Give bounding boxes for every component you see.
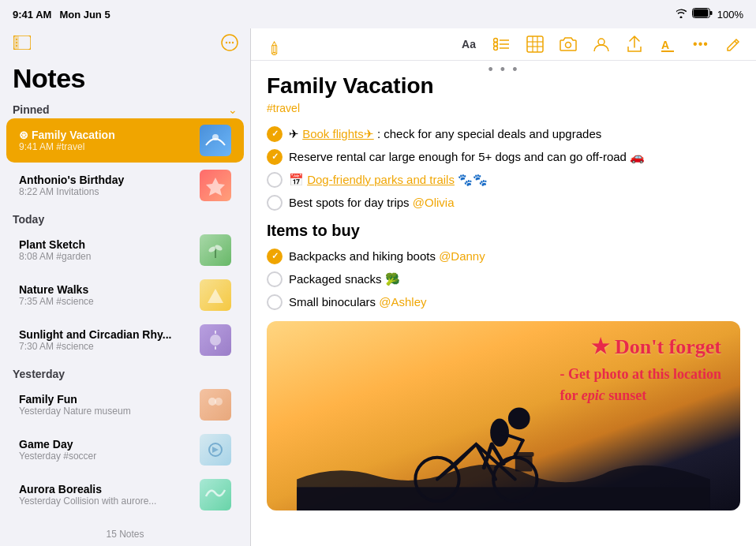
mention-danny: @Danny (439, 249, 485, 263)
status-date: Mon Jun 5 (59, 9, 110, 21)
checklist2-text-2: Packaged snacks 🥦 (289, 271, 740, 287)
checkbox2-3[interactable] (267, 294, 283, 310)
svg-point-48 (508, 408, 530, 430)
note-title: Nature Walks (19, 283, 192, 296)
app-container: Notes Pinned ⌄ ⊛ Family Vacation 9:41 AM… (0, 28, 756, 546)
svg-rect-50 (514, 452, 534, 457)
note-thumb (200, 279, 231, 311)
note-text: Family Fun Yesterday Nature museum (19, 393, 192, 417)
note-item-aurora[interactable]: Aurora Borealis Yesterday Collision with… (6, 473, 244, 517)
note-text: Anthonio's Birthday 8:22 AM Invitations (19, 174, 192, 197)
sidebar-header: Notes (0, 57, 250, 99)
checklist2-item-3: Small binoculars @Ashley (267, 294, 740, 310)
note-item-sunlight[interactable]: Sunlight and Circadian Rhy... 7:30 AM #s… (6, 318, 244, 362)
pinned-label: Pinned (13, 103, 50, 116)
status-time: 9:41 AM (13, 9, 51, 21)
checklist2-item-2: Packaged snacks 🥦 (267, 271, 740, 287)
note-tag: #travel (267, 102, 740, 114)
note-title: Plant Sketch (19, 238, 192, 251)
note-item-plant-sketch[interactable]: Plant Sketch 8:08 AM #garden (6, 228, 244, 272)
status-bar: 9:41 AM Mon Jun 5 100% (0, 0, 756, 28)
notes-count: 15 Notes (0, 522, 250, 546)
note-text: Aurora Borealis Yesterday Collision with… (19, 483, 192, 507)
svg-rect-43 (661, 50, 674, 52)
highlight-button[interactable]: A (657, 33, 679, 55)
note-thumb (200, 389, 231, 421)
svg-point-13 (212, 134, 219, 140)
checklist2-text-3: Small binoculars @Ashley (289, 294, 740, 310)
pinned-chevron-icon[interactable]: ⌄ (228, 103, 238, 116)
sidebar-toggle-button[interactable] (11, 32, 33, 54)
svg-point-10 (229, 42, 230, 43)
note-content-area: Family Vacation #travel ✈ Book flights✈ … (251, 61, 756, 546)
svg-rect-23 (201, 391, 230, 419)
sidebar: Notes Pinned ⌄ ⊛ Family Vacation 9:41 AM… (0, 28, 251, 546)
svg-rect-2 (710, 11, 713, 15)
svg-rect-35 (527, 36, 543, 52)
person-button[interactable] (590, 33, 612, 55)
note-thumb (200, 170, 231, 201)
share-button[interactable] (623, 33, 646, 55)
more-button[interactable]: ••• (690, 33, 712, 55)
compose-button[interactable] (723, 33, 745, 55)
note-title: ⊛ Family Vacation (19, 129, 192, 141)
checklist-text-4: Best spots for day trips @Olivia (289, 194, 740, 211)
checklist-text-2: Reserve rental car large enough for 5+ d… (289, 148, 740, 165)
mention-olivia: @Olivia (413, 196, 455, 209)
note-thumb (200, 434, 231, 466)
note-subtitle: 7:35 AM #science (19, 296, 192, 307)
sidebar-title: Notes (13, 63, 85, 94)
note-thumb (200, 324, 231, 356)
handwriting-line1: ★ Don't forget (560, 334, 722, 361)
status-left: 9:41 AM Mon Jun 5 (13, 9, 110, 21)
checklist-item-4: Best spots for day trips @Olivia (267, 194, 740, 211)
checkbox2-1[interactable] (267, 249, 283, 264)
notes-list[interactable]: Pinned ⌄ ⊛ Family Vacation 9:41 AM #trav… (0, 99, 250, 522)
sidebar-more-button[interactable] (220, 32, 239, 54)
svg-text:A: A (661, 39, 669, 51)
checkbox-4[interactable] (267, 195, 283, 211)
checklist-button[interactable] (491, 33, 513, 55)
toolbar-left: ✎ (262, 33, 284, 55)
book-flights-link[interactable]: Book flights✈ (302, 127, 374, 140)
window-drag-dots: • • • (488, 62, 519, 78)
note-title: Aurora Borealis (19, 483, 192, 496)
note-thumb (200, 479, 231, 510)
dog-friendly-link[interactable]: Dog-friendly parks and trails (307, 173, 455, 186)
checkbox2-2[interactable] (267, 271, 283, 287)
sidebar-top-bar (0, 28, 250, 57)
pinned-section-header: Pinned ⌄ (0, 99, 250, 118)
note-item-family-vacation[interactable]: ⊛ Family Vacation 9:41 AM #travel (6, 118, 244, 163)
note-item-birthday[interactable]: Anthonio's Birthday 8:22 AM Invitations (6, 163, 244, 208)
svg-rect-49 (515, 456, 533, 472)
note-subtitle: 8:22 AM Invitations (19, 186, 192, 197)
handwriting-line2: - Get photo at this locationfor epic sun… (560, 364, 722, 406)
note-title: Family Fun (19, 393, 192, 406)
toolbar-right: Aa (458, 33, 745, 55)
note-subtitle: Yesterday #soccer (19, 451, 192, 462)
svg-point-33 (494, 47, 498, 50)
back-button[interactable]: ✎ (257, 28, 289, 60)
note-text: Game Day Yesterday #soccer (19, 438, 192, 462)
checkbox-1[interactable] (267, 126, 283, 142)
yesterday-label: Yesterday (13, 368, 65, 380)
table-button[interactable] (524, 33, 546, 55)
note-item-family-fun[interactable]: Family Fun Yesterday Nature museum (6, 383, 244, 427)
handwriting-overlay: ★ Don't forget - Get photo at this locat… (560, 334, 722, 406)
checkbox-3[interactable] (267, 172, 283, 188)
note-subtitle: Yesterday Nature museum (19, 406, 192, 417)
font-button[interactable]: Aa (458, 33, 480, 55)
mention-ashley: @Ashley (379, 295, 426, 309)
camera-button[interactable] (557, 33, 579, 55)
note-subtitle: 8:08 AM #garden (19, 251, 192, 262)
svg-point-20 (210, 335, 221, 346)
note-item-game-day[interactable]: Game Day Yesterday #soccer (6, 428, 244, 472)
note-image: ★ Don't forget - Get photo at this locat… (267, 321, 740, 510)
main-content: • • • ✎ Aa (251, 28, 756, 546)
note-text: Plant Sketch 8:08 AM #garden (19, 238, 192, 262)
note-item-nature-walks[interactable]: Nature Walks 7:35 AM #science (6, 273, 244, 317)
note-text: Nature Walks 7:35 AM #science (19, 283, 192, 307)
checkbox-2[interactable] (267, 149, 283, 165)
note-text: Sunlight and Circadian Rhy... 7:30 AM #s… (19, 328, 192, 352)
checklist2-text-1: Backpacks and hiking boots @Danny (289, 248, 740, 264)
